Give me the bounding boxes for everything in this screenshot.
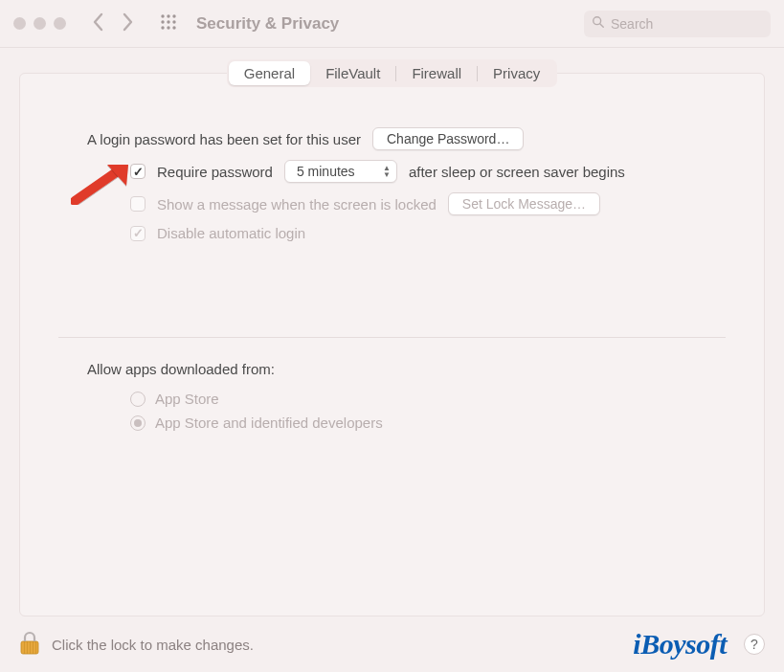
close-window-button[interactable] bbox=[13, 17, 26, 30]
svg-point-0 bbox=[161, 14, 164, 17]
svg-rect-15 bbox=[33, 641, 34, 654]
disable-auto-login-checkbox bbox=[130, 226, 146, 241]
lock-icon[interactable] bbox=[19, 631, 40, 659]
show-lock-message-label: Show a message when the screen is locked bbox=[157, 196, 437, 213]
radio-app-store-label: App Store bbox=[155, 391, 219, 407]
tab-general[interactable]: General bbox=[229, 61, 310, 85]
svg-point-2 bbox=[172, 14, 175, 17]
radio-app-store-identified-label: App Store and identified developers bbox=[155, 414, 383, 431]
tab-privacy[interactable]: Privacy bbox=[478, 61, 555, 85]
nav-arrows bbox=[91, 12, 135, 34]
minimize-window-button[interactable] bbox=[34, 17, 46, 30]
require-password-label-before: Require password bbox=[157, 164, 273, 180]
disable-auto-login-label: Disable automatic login bbox=[157, 225, 305, 241]
radio-app-store-identified bbox=[130, 415, 146, 431]
svg-point-4 bbox=[167, 20, 169, 23]
change-password-button[interactable]: Change Password… bbox=[372, 127, 524, 150]
forward-button[interactable] bbox=[120, 12, 135, 34]
footer: Click the lock to make changes. iBoysoft… bbox=[19, 628, 765, 661]
divider bbox=[58, 337, 726, 338]
svg-rect-14 bbox=[30, 641, 31, 654]
set-lock-message-button: Set Lock Message… bbox=[448, 192, 600, 215]
show-all-button[interactable] bbox=[160, 13, 177, 34]
traffic-lights bbox=[13, 17, 66, 30]
back-button[interactable] bbox=[91, 12, 106, 34]
svg-point-7 bbox=[167, 26, 169, 29]
annotation-arrow-icon bbox=[71, 159, 138, 207]
svg-rect-12 bbox=[24, 641, 25, 654]
svg-point-5 bbox=[172, 20, 175, 23]
chevron-updown-icon: ▲▼ bbox=[383, 166, 391, 178]
zoom-window-button[interactable] bbox=[54, 17, 66, 30]
svg-point-6 bbox=[161, 26, 164, 29]
lock-message: Click the lock to make changes. bbox=[52, 637, 254, 653]
general-content: A login password has been set for this u… bbox=[20, 74, 764, 458]
require-password-delay-select[interactable]: 5 minutes ▲▼ bbox=[284, 160, 397, 183]
watermark-logo: iBoysoft bbox=[633, 628, 727, 661]
search-input[interactable] bbox=[611, 16, 763, 32]
svg-point-8 bbox=[172, 26, 175, 29]
svg-rect-13 bbox=[27, 641, 28, 654]
login-password-text: A login password has been set for this u… bbox=[87, 131, 361, 147]
svg-rect-16 bbox=[35, 641, 36, 654]
search-icon bbox=[592, 15, 605, 32]
svg-line-10 bbox=[600, 24, 603, 27]
preference-panel: General FileVault Firewall Privacy A log… bbox=[19, 73, 765, 616]
window-title: Security & Privacy bbox=[196, 14, 339, 34]
tab-filevault[interactable]: FileVault bbox=[310, 61, 395, 85]
allow-apps-heading: Allow apps downloaded from: bbox=[87, 361, 716, 377]
tab-firewall[interactable]: Firewall bbox=[396, 61, 477, 85]
help-button[interactable]: ? bbox=[744, 634, 765, 655]
tab-bar: General FileVault Firewall Privacy bbox=[20, 59, 764, 87]
svg-point-1 bbox=[167, 14, 169, 17]
require-password-label-after: after sleep or screen saver begins bbox=[409, 164, 625, 180]
toolbar: Security & Privacy bbox=[0, 0, 784, 48]
radio-app-store bbox=[130, 392, 146, 407]
search-field[interactable] bbox=[584, 11, 771, 37]
svg-point-3 bbox=[161, 20, 164, 23]
require-password-delay-value: 5 minutes bbox=[297, 164, 355, 179]
